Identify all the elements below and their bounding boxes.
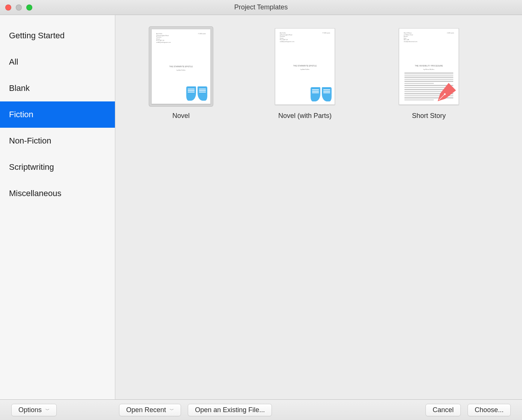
template-label: Novel <box>142 112 220 120</box>
sidebar-item-label: Fiction <box>9 110 33 119</box>
template-item-short-story[interactable]: Short Willows17 Willow CloseBextonKentKE… <box>389 26 468 120</box>
sidebar-item-non-fiction[interactable]: Non-Fiction <box>0 128 115 154</box>
main-area: Getting Started All Blank Fiction Non-Fi… <box>0 15 522 399</box>
preview-title: THE STARWRITE EPISTLE <box>156 66 206 68</box>
sidebar-item-fiction[interactable]: Fiction <box>0 101 115 128</box>
preview-address-block: Short Willows17 Willow CloseBextonKentKE… <box>404 32 454 42</box>
template-grid: And Kafka3 Hummingbird RoadPlumtreeDevon… <box>115 15 522 399</box>
sidebar-item-label: Getting Started <box>9 31 65 40</box>
chevron-down-icon: ﹀ <box>170 407 174 413</box>
book-icon <box>311 87 332 101</box>
bottom-toolbar: Options ﹀ Open Recent ﹀ Open an Existing… <box>0 399 522 420</box>
options-button[interactable]: Options ﹀ <box>11 404 57 416</box>
preview-title: THE STARWRITE EPISTLE <box>280 65 330 67</box>
template-thumbnail: Short Willows17 Willow CloseBextonKentKE… <box>397 26 461 107</box>
traffic-lights <box>5 5 32 11</box>
cancel-button[interactable]: Cancel <box>425 404 461 416</box>
preview-title: THE INVISIBILITY PROCEDURE <box>404 65 454 67</box>
preview-word-count: 77,000 words <box>198 33 206 35</box>
template-label: Short Story <box>389 112 468 120</box>
preview-word-count: 77,000 words <box>322 32 330 34</box>
sidebar-item-all[interactable]: All <box>0 49 115 75</box>
preview-byline: by Elena Mullins <box>404 68 454 70</box>
sidebar-item-label: Blank <box>9 83 30 93</box>
chevron-down-icon: ﹀ <box>45 407 50 413</box>
preview-address-block: And Kafka3 Hummingbird RoadPlumtreeDevon… <box>280 32 330 42</box>
choose-button[interactable]: Choose... <box>468 404 511 416</box>
template-page-preview: And Kafka3 Hummingbird RoadPlumtreeDevon… <box>151 29 211 104</box>
template-item-novel[interactable]: And Kafka3 Hummingbird RoadPlumtreeDevon… <box>142 26 220 120</box>
window-zoom-button[interactable] <box>26 5 32 11</box>
preview-byline: by And Kafka <box>156 69 206 71</box>
open-recent-button[interactable]: Open Recent ﹀ <box>119 404 181 416</box>
button-label: Options <box>18 406 42 414</box>
preview-word-count: 2,500 words <box>447 32 454 34</box>
button-label: Open an Existing File... <box>195 406 265 414</box>
preview-byline: by And Kafka <box>280 68 330 70</box>
sidebar: Getting Started All Blank Fiction Non-Fi… <box>0 15 115 399</box>
template-label: Novel (with Parts) <box>266 112 344 120</box>
sidebar-item-getting-started[interactable]: Getting Started <box>0 23 115 49</box>
window-title: Project Templates <box>0 3 522 11</box>
book-icon <box>186 86 207 101</box>
window-close-button[interactable] <box>5 5 11 11</box>
template-thumbnail: And Kafka3 Hummingbird RoadPlumtreeDevon… <box>149 26 213 107</box>
preview-address-block: And Kafka3 Hummingbird RoadPlumtreeDevon… <box>156 33 206 43</box>
sidebar-item-miscellaneous[interactable]: Miscellaneous <box>0 180 115 207</box>
titlebar: Project Templates <box>0 0 522 15</box>
open-existing-file-button[interactable]: Open an Existing File... <box>188 404 272 416</box>
window-minimize-button[interactable] <box>16 5 22 11</box>
button-label: Open Recent <box>126 406 166 414</box>
sidebar-item-label: All <box>9 57 18 66</box>
sidebar-item-label: Non-Fiction <box>9 136 51 145</box>
button-label: Cancel <box>433 406 454 414</box>
pen-nib-icon <box>436 82 457 103</box>
template-thumbnail: And Kafka3 Hummingbird RoadPlumtreeDevon… <box>273 26 337 107</box>
template-item-novel-with-parts[interactable]: And Kafka3 Hummingbird RoadPlumtreeDevon… <box>266 26 344 120</box>
sidebar-item-blank[interactable]: Blank <box>0 75 115 101</box>
sidebar-item-scriptwriting[interactable]: Scriptwriting <box>0 154 115 180</box>
sidebar-item-label: Scriptwriting <box>9 162 54 172</box>
sidebar-item-label: Miscellaneous <box>9 189 61 198</box>
template-page-preview: And Kafka3 Hummingbird RoadPlumtreeDevon… <box>275 28 335 105</box>
template-page-preview: Short Willows17 Willow CloseBextonKentKE… <box>399 28 459 105</box>
button-label: Choose... <box>475 406 504 414</box>
